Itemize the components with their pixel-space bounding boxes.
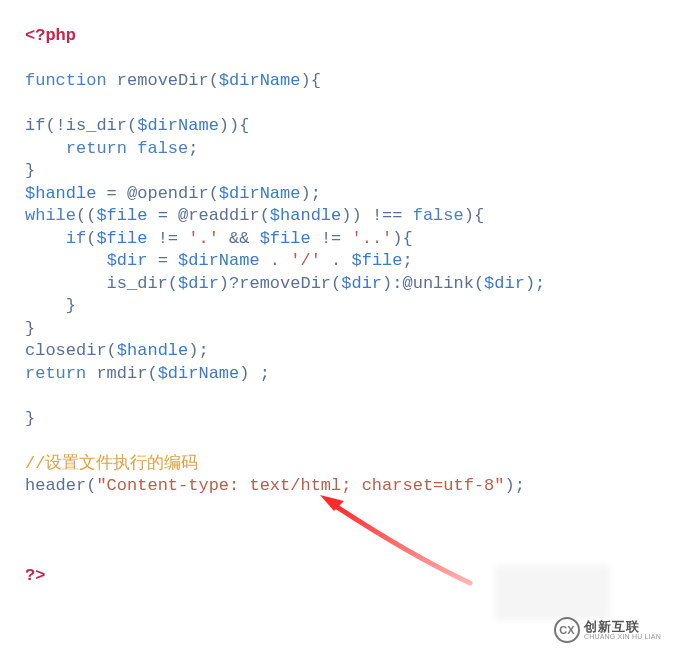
- logo-mark: CX: [554, 617, 580, 643]
- php-open-tag: <?php: [25, 26, 76, 45]
- code-block: <?php function removeDir($dirName){ if(!…: [0, 0, 675, 588]
- comment-line: //设置文件执行的编码: [25, 454, 198, 473]
- logo-text-en: CHUANG XIN HU LIAN: [584, 633, 661, 640]
- logo-text-cn: 创新互联: [584, 620, 661, 633]
- redacted-block: [495, 565, 610, 620]
- watermark-logo: CX 创新互联 CHUANG XIN HU LIAN: [554, 617, 661, 643]
- kw-function: function: [25, 71, 107, 90]
- php-close-tag: ?>: [25, 566, 45, 585]
